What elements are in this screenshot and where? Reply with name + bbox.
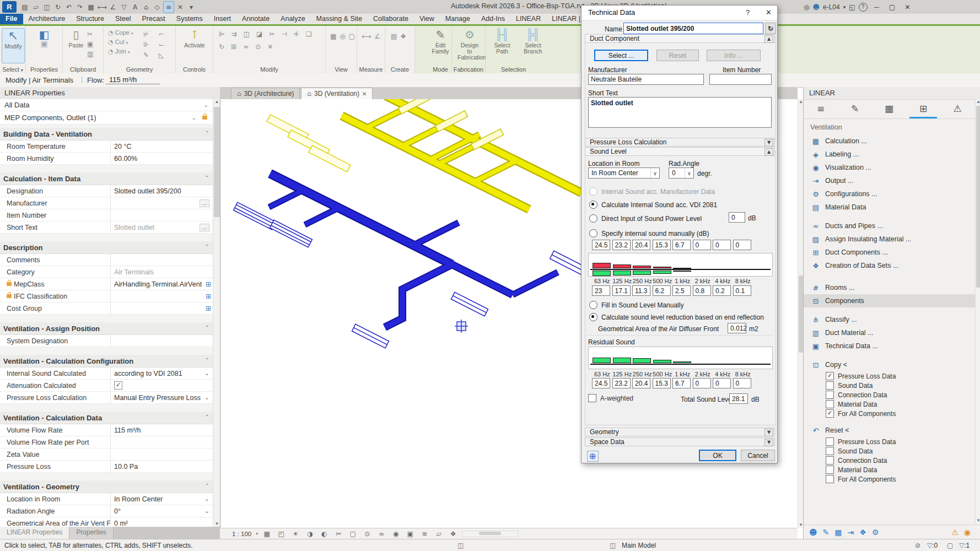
cancel-button[interactable]: Cancel xyxy=(741,450,775,461)
property-value[interactable]: AirHandling.Terminal.AirVent xyxy=(114,280,202,288)
tab-view[interactable]: View xyxy=(414,14,440,24)
copy-option[interactable]: ✓ Connection Data xyxy=(804,390,980,399)
property-value[interactable]: Manual Entry Pressure Loss xyxy=(114,394,201,402)
sound-value-field[interactable]: 0 xyxy=(693,240,711,250)
info-icon[interactable]: ◉ xyxy=(964,528,971,537)
property-value[interactable]: Air Terminals xyxy=(114,268,154,276)
menu-icon[interactable]: ≡ xyxy=(804,100,838,118)
geometry-section[interactable]: Geometry ▼ xyxy=(585,428,775,436)
tab-steel[interactable]: Steel xyxy=(110,14,137,24)
checkbox[interactable]: ✓ xyxy=(826,409,834,418)
revit-logo[interactable]: R xyxy=(2,1,17,13)
property-value[interactable]: Slotted outlet 395/200 xyxy=(114,187,181,195)
panel-header[interactable]: LINEAR Properties xyxy=(0,87,220,100)
edit-icon[interactable]: ✎ xyxy=(838,100,872,118)
view-tab-3d-ventilation[interactable]: ⌂3D (Ventilation)✕ xyxy=(301,88,373,99)
design-to-fabrication-button[interactable]: ⚙Design to Fabrication xyxy=(457,28,482,62)
print-icon[interactable]: ▦ xyxy=(86,2,96,13)
radio-fill-manual[interactable]: Fill in Sound Level Manually xyxy=(589,301,683,309)
mep-components-selector[interactable]: MEP Components, Outlet (1) ⌄ xyxy=(0,111,213,125)
sound-value-field[interactable]: 2.5 xyxy=(672,285,691,296)
offset-icon[interactable]: ⇉ xyxy=(231,30,236,38)
tab-insert[interactable]: Insert xyxy=(208,14,236,24)
properties-scrollbar[interactable]: ▲ ▼ xyxy=(213,99,220,527)
property-row[interactable]: Internal Sound Calculated ✓according to … xyxy=(0,368,213,380)
sound-value-field[interactable]: 20.4 xyxy=(632,240,650,250)
tab-properties[interactable]: Properties xyxy=(69,527,114,539)
property-row[interactable]: Zeta Value ✓⌄…⊞ xyxy=(0,449,213,461)
dialog-close-button[interactable]: ✕ xyxy=(766,8,772,17)
select-toggle-icon[interactable]: ▢ xyxy=(947,542,953,549)
sound-value-field[interactable]: 20.4 xyxy=(632,378,650,388)
property-row[interactable]: MepClass ✓AirHandling.Terminal.AirVent⌄…… xyxy=(0,278,213,290)
property-row[interactable]: Pressure Loss ✓10.0 Pa⌄…⊞ xyxy=(0,461,213,473)
palette-item[interactable]: # Rooms ... xyxy=(804,281,980,294)
checkbox[interactable]: ✓ xyxy=(826,447,834,455)
property-row[interactable]: Comments ✓⌄…⊞ xyxy=(0,254,213,266)
property-row[interactable]: Attenuation Calculated ✓⌄…⊞ xyxy=(0,380,213,392)
copy-option[interactable]: ✓ Sound Data xyxy=(804,381,980,390)
checkbox[interactable]: ✓ xyxy=(826,466,834,474)
tab-linear-properties[interactable]: LINEAR Properties xyxy=(0,527,69,539)
measure-icon[interactable]: ∠ xyxy=(108,2,118,13)
palette-item[interactable]: ⋔ Classify ... xyxy=(804,313,980,326)
checkbox[interactable]: ✓ xyxy=(826,400,834,408)
property-row[interactable]: Category ✓Air Terminals⌄…⊞ xyxy=(0,266,213,278)
sound-value-field[interactable]: 0 xyxy=(713,240,731,250)
measure-icon[interactable]: ⟷ xyxy=(362,33,371,40)
sound-value-field[interactable]: 6.7 xyxy=(672,240,691,250)
copy-option[interactable]: ✓ Pressure Loss Data xyxy=(804,371,980,381)
tab-linear[interactable]: LINEAR xyxy=(510,14,546,24)
property-row[interactable]: Manufacturer ✓⌄…⊞ xyxy=(0,197,213,209)
reset-option[interactable]: ✓ For All Components xyxy=(804,474,980,484)
export-icon[interactable]: ⇥ xyxy=(848,528,854,537)
properties-icon[interactable]: ▤ xyxy=(20,2,30,13)
main-model-selector[interactable]: Main Model xyxy=(622,542,656,549)
crop-region-icon[interactable]: ▢ xyxy=(348,530,357,538)
property-row[interactable]: Cost Group ✓⌄…⊞ xyxy=(0,302,213,315)
constraints-icon[interactable]: ❖ xyxy=(449,530,457,538)
open-icon[interactable]: ▱ xyxy=(31,2,41,13)
scale-icon[interactable]: ≍ xyxy=(243,43,249,51)
close-button[interactable]: ✕ xyxy=(902,3,914,11)
collapse-icon[interactable]: ˆ xyxy=(206,176,208,182)
sun-path-icon[interactable]: ☀ xyxy=(291,530,300,538)
select-path-button[interactable]: ╟╢Select Path xyxy=(489,28,515,62)
copy-option[interactable]: ✓ For All Components xyxy=(804,409,980,418)
tree-browse-icon[interactable]: ⊞ xyxy=(206,305,211,312)
chevron-down-icon[interactable]: ⌄ xyxy=(204,507,209,515)
mirror-icon[interactable]: ◫ xyxy=(244,30,250,38)
property-value[interactable]: 0 m² xyxy=(114,520,128,527)
tab-manage[interactable]: Manage xyxy=(440,14,476,24)
displacement-icon[interactable]: ▱ xyxy=(434,530,443,538)
collapse-icon[interactable]: ˆ xyxy=(206,326,208,332)
palette-item[interactable]: ▦ Calculation ... xyxy=(804,134,980,148)
view-template-icon[interactable]: ▦ xyxy=(330,33,336,40)
array-icon[interactable]: ⊞ xyxy=(231,43,236,51)
more-button[interactable]: … xyxy=(200,199,209,207)
view-properties-icon[interactable]: ▣ xyxy=(406,530,414,538)
collapse-icon[interactable]: ˆ xyxy=(206,415,208,421)
palette-item-reset[interactable]: ↶ Reset < xyxy=(804,424,980,437)
palette-item[interactable]: ◈ Labeling ... xyxy=(804,148,980,161)
tree-browse-icon[interactable]: ⊞ xyxy=(206,280,211,288)
tree-browse-icon[interactable]: ⊞ xyxy=(206,293,211,300)
split-face-icon[interactable]: ◺ xyxy=(159,51,164,59)
checkbox[interactable]: ✓ xyxy=(826,391,834,399)
property-value[interactable]: 60.00% xyxy=(114,155,137,163)
sound-value-field[interactable]: 0 xyxy=(733,240,751,250)
flow-input[interactable]: 115 m³/h xyxy=(106,75,160,84)
collapse-icon[interactable]: ▲ xyxy=(764,148,773,156)
palette-header[interactable]: LINEAR xyxy=(804,87,980,100)
property-row[interactable]: System Designation ✓⌄…⊞ xyxy=(0,335,213,347)
sound-value-field[interactable]: 0.8 xyxy=(693,285,711,296)
text-icon[interactable]: A xyxy=(130,2,140,13)
chevron-down-icon[interactable]: ⌄ xyxy=(204,394,209,401)
paste-button[interactable]: ▯Paste xyxy=(65,28,87,62)
workshare-icon[interactable]: ◫ xyxy=(457,542,464,549)
table-icon[interactable]: ▦ xyxy=(872,100,906,118)
property-row[interactable]: Room Temperature ✓20 °C⌄…⊞ xyxy=(0,141,213,153)
palette-item[interactable]: ▤ Material Data xyxy=(804,201,980,214)
tab-add-ins[interactable]: Add-Ins xyxy=(476,14,510,24)
window-icon[interactable]: ▢ xyxy=(349,33,355,40)
